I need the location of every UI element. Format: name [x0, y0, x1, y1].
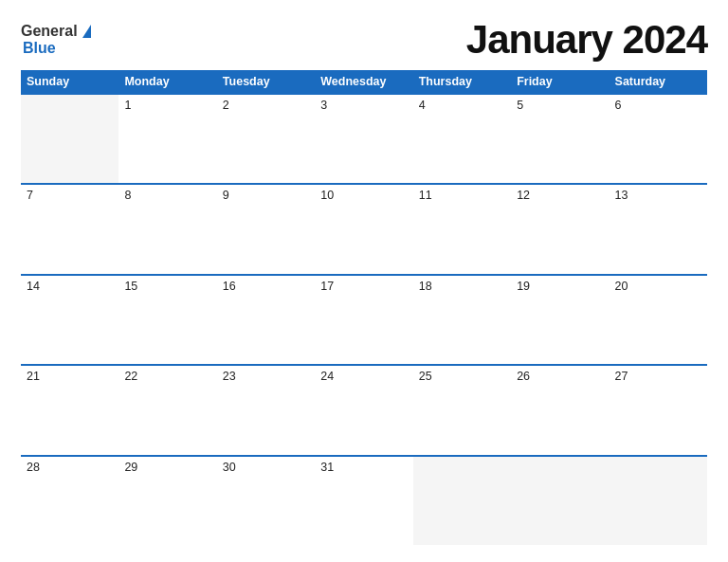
day-cell: 15	[118, 276, 216, 364]
week-row-2: 78910111213	[21, 183, 707, 273]
day-number: 14	[27, 280, 40, 293]
day-number: 27	[615, 370, 628, 383]
day-header-friday: Friday	[511, 70, 609, 93]
logo-general: General	[21, 23, 91, 40]
day-number: 2	[223, 99, 229, 112]
day-header-saturday: Saturday	[610, 70, 707, 93]
day-number: 16	[223, 280, 236, 293]
day-cell	[21, 95, 118, 183]
logo: General Blue	[21, 23, 91, 56]
day-number: 12	[517, 189, 530, 202]
day-number: 13	[615, 189, 628, 202]
day-cell: 9	[217, 185, 315, 273]
day-number: 19	[517, 280, 530, 293]
day-cell: 30	[217, 457, 315, 545]
logo-blue-text: Blue	[23, 40, 56, 57]
day-cell: 3	[315, 95, 412, 183]
day-number: 21	[27, 370, 40, 383]
day-number: 5	[517, 99, 523, 112]
day-number: 31	[320, 461, 334, 474]
day-number: 15	[124, 280, 137, 293]
day-cell: 11	[413, 185, 511, 273]
day-cell: 6	[610, 95, 707, 183]
month-title: January 2024	[466, 17, 707, 63]
logo-triangle-icon	[82, 25, 91, 38]
day-headers: SundayMondayTuesdayWednesdayThursdayFrid…	[21, 70, 707, 93]
day-cell: 22	[118, 366, 216, 454]
week-row-1: 123456	[21, 93, 707, 183]
day-cell: 12	[511, 185, 609, 273]
day-number: 26	[517, 370, 530, 383]
day-cell: 27	[610, 366, 707, 454]
day-number: 29	[124, 461, 137, 474]
day-cell: 29	[118, 457, 216, 545]
day-cell	[511, 457, 609, 545]
day-number: 9	[223, 189, 229, 202]
calendar-page: General Blue January 2024 SundayMondayTu…	[0, 0, 728, 562]
day-cell: 31	[315, 457, 412, 545]
day-cell: 23	[217, 366, 315, 454]
week-row-4: 21222324252627	[21, 364, 707, 454]
day-header-monday: Monday	[118, 70, 216, 93]
day-cell: 28	[21, 457, 118, 545]
day-header-tuesday: Tuesday	[217, 70, 315, 93]
day-cell: 1	[118, 95, 216, 183]
calendar: SundayMondayTuesdayWednesdayThursdayFrid…	[21, 70, 707, 545]
day-cell: 4	[413, 95, 511, 183]
day-cell: 17	[315, 276, 412, 364]
day-cell	[610, 457, 707, 545]
day-number: 22	[124, 370, 137, 383]
day-cell: 13	[610, 185, 707, 273]
day-number: 10	[320, 189, 334, 202]
day-cell: 19	[511, 276, 609, 364]
logo-general-text: General	[21, 23, 78, 40]
day-header-sunday: Sunday	[21, 70, 118, 93]
day-number: 3	[320, 99, 327, 112]
day-number: 18	[419, 280, 432, 293]
day-header-thursday: Thursday	[413, 70, 511, 93]
day-cell: 25	[413, 366, 511, 454]
day-cell: 21	[21, 366, 118, 454]
day-number: 30	[223, 461, 236, 474]
header: General Blue January 2024	[21, 17, 707, 63]
day-cell	[413, 457, 511, 545]
day-number: 25	[419, 370, 432, 383]
day-cell: 18	[413, 276, 511, 364]
day-number: 24	[320, 370, 334, 383]
day-number: 6	[615, 99, 622, 112]
day-cell: 14	[21, 276, 118, 364]
day-cell: 2	[217, 95, 315, 183]
day-cell: 24	[315, 366, 412, 454]
week-row-3: 14151617181920	[21, 274, 707, 364]
day-number: 11	[419, 189, 432, 202]
day-number: 7	[27, 189, 33, 202]
day-number: 23	[223, 370, 236, 383]
day-number: 17	[320, 280, 334, 293]
day-cell: 7	[21, 185, 118, 273]
day-cell: 10	[315, 185, 412, 273]
week-row-5: 28293031	[21, 455, 707, 545]
day-number: 28	[27, 461, 40, 474]
day-cell: 5	[511, 95, 609, 183]
day-cell: 16	[217, 276, 315, 364]
weeks-container: 1234567891011121314151617181920212223242…	[21, 93, 707, 545]
day-number: 1	[124, 99, 131, 112]
day-number: 8	[124, 189, 131, 202]
day-cell: 20	[610, 276, 707, 364]
day-number: 20	[615, 280, 628, 293]
day-cell: 8	[118, 185, 216, 273]
day-cell: 26	[511, 366, 609, 454]
day-header-wednesday: Wednesday	[315, 70, 412, 93]
day-number: 4	[419, 99, 426, 112]
